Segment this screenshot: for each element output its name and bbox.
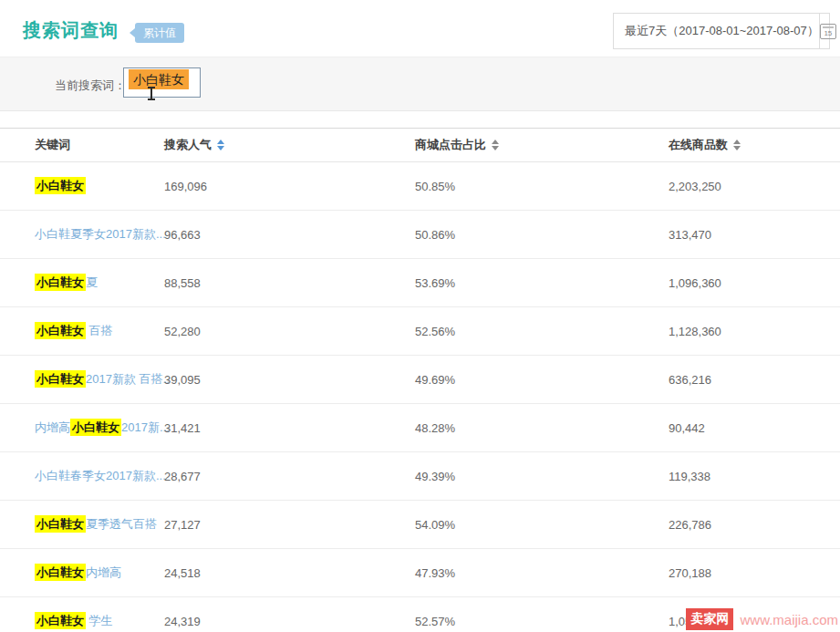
sort-arrows-icon[interactable] [733,140,741,150]
keyword-text: 小白鞋夏季女2017新款... [35,227,166,241]
column-header-label: 在线商品数 [669,137,728,153]
search-popularity-value: 31,421 [164,421,415,435]
online-products-value: 226,786 [669,518,840,532]
search-popularity-value: 169,096 [164,180,415,193]
online-products-value: 636,216 [669,373,840,387]
search-popularity-value: 96,663 [164,228,415,242]
mall-click-ratio-value: 49.69% [415,373,669,387]
text-cursor-icon [148,87,155,100]
keyword-highlight: 小白鞋女 [70,419,121,436]
topbar: 搜索词查询 累计值 最近7天（2017-08-01~2017-08-07） 15 [0,0,840,57]
search-popularity-value: 39,095 [164,373,415,387]
keyword-text: 2017新款 百搭.. [86,372,170,386]
table-row: 小白鞋女169,09650.85%2,203,250 [0,162,840,211]
keyword-highlight: 小白鞋女 [35,322,86,339]
date-range-picker[interactable]: 最近7天（2017-08-01~2017-08-07） 15 [613,13,830,49]
keyword-link[interactable]: 小白鞋春季女2017新款... [35,469,166,482]
keyword-cell: 小白鞋女 学生 [35,613,164,629]
column-header-label: 关键词 [35,137,70,153]
online-products-value: 2,203,250 [669,180,840,193]
search-popularity-value: 52,280 [164,325,415,338]
date-range-text: 最近7天（2017-08-01~2017-08-07） [614,14,819,48]
table-row: 内增高小白鞋女2017新...31,42148.28%90,442 [0,404,840,452]
keyword-text: 内增高 [86,565,121,579]
keyword-link[interactable]: 小白鞋女 学生 [35,612,113,629]
sort-arrows-icon[interactable] [492,140,499,150]
keyword-cell: 小白鞋夏季女2017新款... [35,226,164,243]
keyword-link[interactable]: 内增高小白鞋女2017新... [35,419,170,436]
keyword-cell: 小白鞋女夏季透气百搭 [35,516,164,533]
current-search-term-band: 当前搜索词： 小白鞋女 [0,57,840,111]
column-header-keyword: 关键词 [35,137,164,153]
online-products-value: 270,188 [669,566,840,580]
column-header-label: 商城点击占比 [415,137,486,153]
search-popularity-value: 24,518 [164,566,415,580]
column-header-label: 搜索人气 [164,137,212,153]
mall-click-ratio-value: 52.56% [415,325,669,338]
keyword-cell: 小白鞋春季女2017新款... [35,468,164,484]
search-popularity-value: 24,319 [164,615,415,628]
column-header-search-popularity[interactable]: 搜索人气 [164,137,415,153]
keyword-link[interactable]: 小白鞋女夏 [35,274,98,291]
keyword-text: 百搭 [86,324,113,337]
keyword-link[interactable]: 小白鞋女 [35,177,86,194]
table-row: 小白鞋女 百搭52,28052.56%1,128,360 [0,307,840,356]
table-row: 小白鞋女2017新款 百搭..39,09549.69%636,216 [0,356,840,404]
column-header-online-products[interactable]: 在线商品数 [669,137,840,153]
keyword-cell: 小白鞋女2017新款 百搭.. [35,371,164,388]
calendar-icon: 15 [820,24,836,39]
table-row: 小白鞋女夏88,55853.69%1,096,360 [0,259,840,307]
keyword-cell: 小白鞋女 百搭 [35,323,164,339]
online-products-value: 90,442 [669,421,840,435]
column-header-mall-click-ratio[interactable]: 商城点击占比 [415,137,669,153]
search-term-query-page: 搜索词查询 累计值 最近7天（2017-08-01~2017-08-07） 15… [0,0,840,632]
online-products-value: 1,096,360 [669,276,840,290]
watermark-url: www.maijia.com [740,612,838,627]
mall-click-ratio-value: 54.09% [415,518,669,532]
online-products-value: 1,128,360 [669,325,840,338]
search-term-box[interactable]: 小白鞋女 [123,67,201,98]
keyword-text: 夏季透气百搭 [86,517,157,531]
keyword-cell: 小白鞋女夏 [35,275,164,291]
sort-arrows-icon[interactable] [217,140,224,150]
keywords-table: 关键词 搜索人气 商城点击占比 在线商品数 小白鞋女169,09650.85%2… [0,128,840,632]
keyword-link[interactable]: 小白鞋夏季女2017新款... [35,227,166,241]
table-row: 小白鞋女夏季透气百搭27,12754.09%226,786 [0,501,840,549]
search-term-value: 小白鞋女 [129,69,189,89]
mall-click-ratio-value: 53.69% [415,276,669,290]
keyword-cell: 小白鞋女内增高 [35,565,164,581]
keyword-text: 内增高 [35,420,70,434]
mall-click-ratio-value: 52.57% [415,615,669,628]
keyword-link[interactable]: 小白鞋女2017新款 百搭.. [35,370,170,388]
watermark-badge: 卖家网 [686,608,733,630]
keyword-highlight: 小白鞋女 [35,612,86,629]
table-row: 小白鞋春季女2017新款...28,67749.39%119,338 [0,452,840,501]
search-popularity-value: 28,677 [164,470,415,483]
search-popularity-value: 27,127 [164,518,415,532]
mall-click-ratio-value: 49.39% [415,470,669,483]
mall-click-ratio-value: 47.93% [415,566,669,580]
keyword-cell: 小白鞋女 [35,178,164,194]
keyword-highlight: 小白鞋女 [35,515,86,533]
table-row: 小白鞋夏季女2017新款...96,66350.86%313,470 [0,211,840,259]
calendar-button[interactable]: 15 [819,14,836,48]
search-popularity-value: 88,558 [164,276,415,290]
keyword-text: 学生 [86,614,113,627]
keyword-link[interactable]: 小白鞋女 百搭 [35,322,113,339]
keyword-link[interactable]: 小白鞋女夏季透气百搭 [35,515,157,533]
cumulative-value-tag: 累计值 [135,23,184,43]
keyword-highlight: 小白鞋女 [35,177,86,194]
table-row: 小白鞋女内增高24,51847.93%270,188 [0,549,840,597]
keyword-link[interactable]: 小白鞋女内增高 [35,564,121,581]
mall-click-ratio-value: 50.85% [415,180,669,193]
keyword-cell: 内增高小白鞋女2017新... [35,420,164,436]
mall-click-ratio-value: 50.86% [415,228,669,242]
table-body: 小白鞋女169,09650.85%2,203,250小白鞋夏季女2017新款..… [0,162,840,632]
keyword-text: 夏 [86,275,98,289]
current-search-term-label: 当前搜索词： [55,78,126,94]
mall-click-ratio-value: 48.28% [415,421,669,435]
keyword-highlight: 小白鞋女 [35,370,86,388]
table-header: 关键词 搜索人气 商城点击占比 在线商品数 [0,129,840,162]
keyword-text: 2017新... [121,420,170,434]
keyword-highlight: 小白鞋女 [35,274,86,291]
